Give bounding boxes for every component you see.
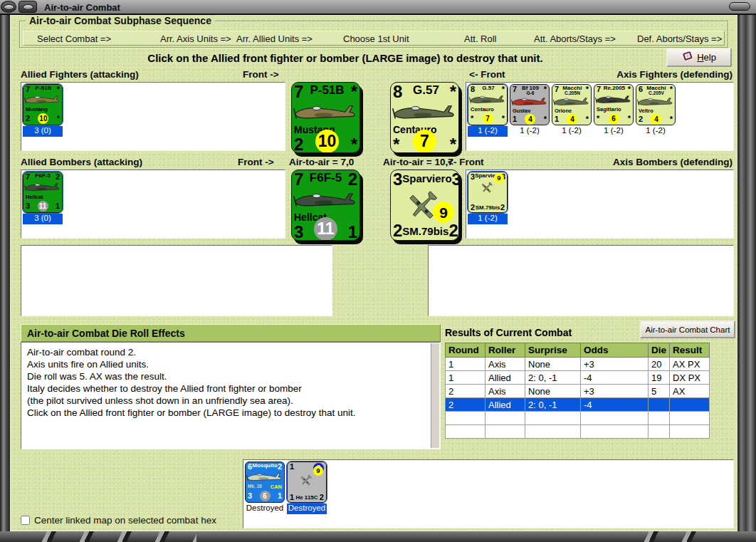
unit-counter-large[interactable]: 8G.57*Centauro*7* (390, 82, 459, 153)
results-empty-row (446, 425, 710, 439)
counter-bottom-left-value: 2 (294, 136, 303, 153)
counter-label-text: Orione (555, 108, 572, 114)
center-map-checkbox[interactable] (21, 516, 30, 525)
counter-bottom-row: *6* (594, 113, 633, 125)
counter-name: P-51B (30, 85, 57, 91)
counter-bottom-left-value: * (597, 115, 599, 123)
counter-top-right-value: * (351, 83, 357, 100)
counter-bottom-left-value: 3 (294, 224, 303, 241)
rating-circle: 9 (433, 202, 454, 223)
counter-label-text: Sagittario (597, 107, 621, 113)
counter-top-left-value: 8 (393, 83, 402, 100)
counter-bottom-left-value: 1 (513, 115, 517, 123)
counter-bottom-right-value: 1 (278, 492, 282, 500)
plane-image (292, 100, 359, 125)
plane-image: 9 (288, 474, 326, 486)
unit-counter-large[interactable]: 7P-51B*Mustang210* (291, 82, 360, 153)
counter-label: Sagittario (594, 106, 633, 113)
counter-label-text: Mustang (26, 107, 48, 113)
unit-counter[interactable]: 7MacchiC.205N*Orione14*1 (-2) (552, 84, 592, 137)
unit-counter[interactable]: 7P-51B*Mustang210*3 (0) (23, 84, 63, 137)
die-roll-scrollbar[interactable] (431, 343, 439, 448)
counter-label-text: Centauro (471, 107, 494, 113)
plane-image (23, 181, 62, 194)
results-cell: 19 (649, 371, 670, 385)
help-book-icon (682, 51, 693, 63)
combat-chart-button[interactable]: Air-to-air Combat Chart (640, 320, 735, 338)
results-cell: None (525, 385, 581, 398)
window-right-knob (729, 2, 750, 11)
results-header-cell: Surprise (525, 343, 581, 358)
results-header-cell: Result (670, 343, 710, 358)
results-row[interactable]: 1AxisNone+320AX PX (446, 358, 710, 371)
counter-top-right-value: * (628, 85, 631, 93)
help-button[interactable]: Help (666, 48, 732, 67)
counter-bottom-name: SM.79bis (402, 226, 448, 236)
die-roll-effects-header: Air-to-air Combat Die Roll Effects (21, 324, 441, 342)
window-menu-icon (23, 4, 33, 10)
results-cell (670, 412, 710, 425)
results-cell: None (525, 358, 581, 371)
results-cell (525, 425, 581, 439)
axis-bombers-box: 3Sparviero392SM.79bis21 (-2) (466, 170, 734, 239)
results-cell: -4 (581, 371, 649, 385)
instruction-text: Click on the Allied front fighter or bom… (39, 52, 651, 64)
unit-counter[interactable]: 3Sparviero392SM.79bis21 (-2) (468, 172, 508, 224)
counter-bottom-name: SM.79bis (476, 205, 500, 211)
results-row[interactable]: 1Allied2: 0, -1-419DX PX (446, 371, 710, 385)
unit-counter[interactable]: 6MacchiC.205V*Veltro24*1 (-2) (636, 84, 676, 137)
unit-counter[interactable]: 7F6F-52Hellcat31113 (0) (23, 172, 63, 224)
counter-bottom-name: He 115C (295, 495, 317, 501)
fighters-front-left-label: Front -> (243, 69, 279, 80)
results-cell (446, 412, 485, 425)
plane-image (552, 95, 591, 108)
allied-reserve-box (21, 245, 332, 316)
counter-face: 3Sparviero392SM.79bis2 (468, 172, 508, 213)
counter-top-left-value: 7 (294, 83, 303, 100)
counter-status: Destroyed (287, 504, 327, 514)
allied-bombers-label: Allied Bombers (attacking) (21, 157, 142, 167)
window-menu-button[interactable] (19, 1, 37, 13)
plane-image (636, 95, 675, 108)
unit-counter[interactable]: 7Bf 109G-6*Gustav14*1 (-2) (510, 84, 550, 137)
counter-name: Mosquito (252, 463, 278, 469)
results-cell (581, 412, 649, 425)
counter-label: Mk. 26CAN (246, 484, 284, 490)
counter-nationality: CAN (271, 484, 282, 490)
fighters-front-right-label: <- Front (469, 69, 505, 80)
counter-face: 8G.57*Centauro*7* (468, 84, 508, 125)
counter-label: Mustang (23, 106, 62, 113)
unit-counter-large[interactable]: 7F6F-52Hellcat3111 (291, 170, 360, 241)
game-window: Air-to-air Combat Air-to-air Combat Subp… (0, 0, 756, 542)
window-corner-knob[interactable] (1, 1, 16, 13)
counter-bottom-right-value: * (628, 115, 631, 123)
results-row[interactable]: 2AxisNone+35AX (446, 385, 710, 398)
counter-top-right-value: * (670, 85, 673, 93)
counter-bottom-row: 210* (292, 135, 359, 153)
counter-bottom-right-value: * (586, 115, 589, 123)
help-button-label: Help (697, 52, 716, 63)
allied-front-fighter-slot: 7P-51B*Mustang210* (291, 82, 360, 153)
counter-bottom-row: 24* (636, 113, 675, 125)
rating-circle: 6 (260, 491, 271, 501)
die-roll-lines: Air-to-air combat round 2.Axis units fir… (27, 346, 426, 419)
unit-counter[interactable]: 1291He 115C2Destroyed (287, 462, 327, 514)
counter-top-row: 6MacchiC.205V* (636, 85, 675, 95)
plane-image (246, 471, 284, 484)
unit-counter[interactable]: 7Re.2005*Sagittario*6*1 (-2) (594, 84, 634, 137)
results-row[interactable]: 2Allied2: 0, -1-4 (446, 398, 710, 412)
unit-counter[interactable]: 8G.57*Centauro*7*1 (-2) (468, 84, 508, 137)
die-roll-line: Axis units fire on Allied units. (27, 358, 426, 370)
sequence-group-title: Air-to-air Combat Subphase Sequence (26, 15, 215, 26)
counter-top-row: 7P-51B* (292, 83, 359, 100)
rating-circle: 4 (651, 114, 661, 125)
unit-counter-large[interactable]: 3Sparviero392SM.79bis2 (390, 170, 459, 241)
results-cell: 2 (446, 385, 485, 398)
air-to-air-left-value: Air-to-air = 7,0 (289, 157, 354, 167)
counter-top-right-value: 2 (278, 463, 282, 471)
unit-counter[interactable]: 6Mosquito2Mk. 26CAN361Destroyed (245, 462, 285, 514)
sequence-step: Arr. Allied Units => (236, 33, 313, 44)
counter-bottom-right-value: * (670, 115, 673, 123)
air-to-air-right-value: Air-to-air = 10,7 (383, 157, 453, 167)
plane-image: 9 (468, 181, 507, 194)
